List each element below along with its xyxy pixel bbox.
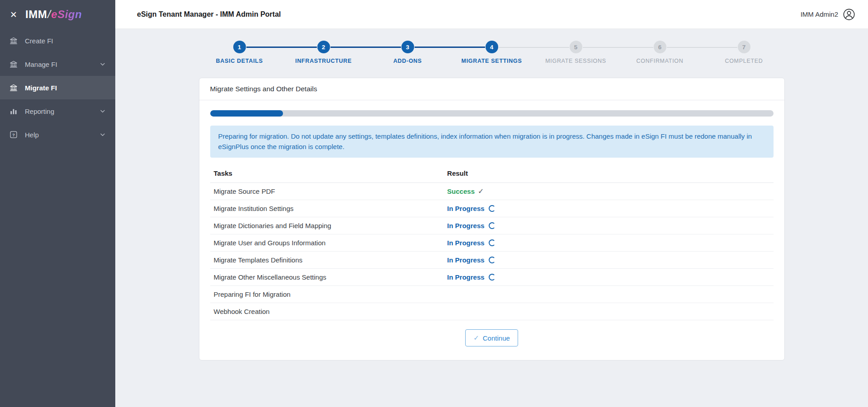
task-name: Migrate Institution Settings (214, 205, 448, 212)
button-row: ✓ Continue (210, 320, 774, 349)
spinner-icon (489, 222, 495, 229)
topbar: eSign Tenant Manager - IMM Admin Portal … (115, 0, 868, 29)
user-icon (843, 8, 855, 21)
stepper: 1 BASIC DETAILS 2 INFRASTRUCTURE 3 ADD-O… (115, 41, 868, 64)
task-name: Migrate User and Groups Information (214, 239, 448, 247)
user-menu[interactable]: IMM Admin2 (801, 8, 855, 21)
result-text: In Progress (447, 205, 485, 212)
task-result: In Progress (447, 256, 769, 264)
app-logo: IMM/eSign (25, 8, 82, 21)
header-result: Result (447, 169, 769, 177)
stepper-connector (667, 47, 737, 48)
task-result: In Progress (447, 205, 769, 212)
bank-icon (9, 83, 18, 92)
sidebar-item-manage-fi[interactable]: Manage FI (0, 52, 115, 76)
stepper-step-number: 1 (233, 41, 246, 53)
stepper-connector (415, 47, 485, 48)
stepper-step-label: ADD-ONS (393, 58, 422, 64)
continue-button-label: Continue (483, 334, 510, 342)
progress-bar (210, 110, 774, 117)
sidebar-item-migrate-fi[interactable]: Migrate FI (0, 76, 115, 99)
stepper-step: 1 BASIC DETAILS (198, 41, 282, 64)
tasks-table-body: Migrate Source PDF Success✓ Migrate Inst… (210, 183, 774, 320)
stepper-step-number: 4 (486, 41, 498, 53)
stepper-step: 7 COMPLETED (702, 41, 786, 64)
bank-icon (9, 36, 18, 45)
stepper-connector (330, 47, 401, 48)
table-row: Webhook Creation (210, 303, 774, 320)
chevron-down-icon (99, 61, 106, 68)
migrate-settings-card: Migrate Settings and Other Details Prepa… (199, 78, 785, 360)
card-title: Migrate Settings and Other Details (199, 78, 784, 100)
logo-bar: ✕ IMM/eSign (0, 0, 115, 29)
stepper-step-label: MIGRATE SETTINGS (462, 58, 522, 64)
tasks-table-header: Tasks Result (210, 164, 774, 183)
result-text: In Progress (447, 256, 485, 264)
continue-button[interactable]: ✓ Continue (465, 329, 518, 346)
task-result: In Progress (447, 239, 769, 247)
svg-text:?: ? (12, 132, 15, 137)
task-name: Webhook Creation (214, 308, 448, 315)
close-icon[interactable]: ✕ (9, 10, 18, 19)
task-name: Preparing FI for Migration (214, 290, 448, 298)
migration-alert: Preparing for migration. Do not update a… (210, 126, 774, 158)
task-result: Success✓ (447, 187, 769, 196)
stepper-step-number: 2 (317, 41, 330, 53)
result-text: In Progress (447, 239, 485, 247)
stepper-step: 2 INFRASTRUCTURE (282, 41, 366, 64)
task-name: Migrate Dictionaries and Field Mapping (214, 222, 448, 229)
stepper-step-label: MIGRATE SESSIONS (545, 58, 606, 64)
stepper-step-label: COMPLETED (725, 58, 763, 64)
sidebar-item-reporting[interactable]: Reporting (0, 99, 115, 123)
page-title: eSign Tenant Manager - IMM Admin Portal (137, 10, 281, 19)
sidebar-item-label: Create FI (25, 37, 106, 45)
result-text: Success (447, 187, 475, 195)
sidebar-item-label: Migrate FI (25, 84, 106, 92)
stepper-step: 4 MIGRATE SETTINGS (450, 41, 534, 64)
stepper-step-number: 5 (570, 41, 582, 53)
help-icon: ? (9, 130, 18, 139)
stepper-step: 5 MIGRATE SESSIONS (534, 41, 618, 64)
stepper-step-label: BASIC DETAILS (216, 58, 263, 64)
logo-imm: IMM (25, 8, 47, 20)
stepper-step-label: CONFIRMATION (637, 58, 684, 64)
content: 1 BASIC DETAILS 2 INFRASTRUCTURE 3 ADD-O… (115, 29, 868, 360)
chevron-down-icon (99, 131, 106, 138)
spinner-icon (489, 205, 495, 212)
sidebar-nav: Create FI Manage FI Migrate FI Reporting… (0, 29, 115, 146)
stepper-step-label: INFRASTRUCTURE (295, 58, 352, 64)
table-row: Migrate User and Groups Information In P… (210, 234, 774, 252)
sidebar-item-label: Reporting (25, 108, 92, 115)
task-name: Migrate Source PDF (214, 187, 448, 195)
task-result: In Progress (447, 273, 769, 281)
user-name: IMM Admin2 (801, 10, 838, 18)
table-row: Migrate Templates Definitions In Progres… (210, 252, 774, 269)
card-body: Preparing for migration. Do not update a… (199, 100, 784, 360)
spinner-icon (489, 239, 495, 246)
sidebar: ✕ IMM/eSign Create FI Manage FI Migrate … (0, 0, 115, 407)
stepper-connector (499, 47, 569, 48)
stepper-step: 6 CONFIRMATION (618, 41, 702, 64)
spinner-icon (489, 257, 495, 263)
header-tasks: Tasks (214, 169, 448, 177)
table-row: Preparing FI for Migration (210, 286, 774, 303)
chart-icon (9, 107, 18, 116)
check-icon: ✓ (473, 334, 479, 342)
stepper-step: 3 ADD-ONS (366, 41, 450, 64)
check-icon: ✓ (478, 187, 484, 196)
chevron-down-icon (99, 108, 106, 115)
stepper-step-number: 7 (738, 41, 750, 53)
stepper-step-number: 6 (654, 41, 666, 53)
stepper-connector (583, 47, 653, 48)
table-row: Migrate Source PDF Success✓ (210, 183, 774, 200)
sidebar-item-help[interactable]: ? Help (0, 123, 115, 146)
progress-fill (210, 110, 283, 117)
task-result: In Progress (447, 222, 769, 229)
sidebar-item-create-fi[interactable]: Create FI (0, 29, 115, 52)
logo-slash: / (47, 8, 51, 20)
sidebar-item-label: Manage FI (25, 61, 92, 68)
table-row: Migrate Other Miscellaneous Settings In … (210, 269, 774, 286)
main-area: eSign Tenant Manager - IMM Admin Portal … (115, 0, 868, 407)
tasks-table: Tasks Result Migrate Source PDF Success✓… (210, 164, 774, 320)
table-row: Migrate Dictionaries and Field Mapping I… (210, 217, 774, 234)
